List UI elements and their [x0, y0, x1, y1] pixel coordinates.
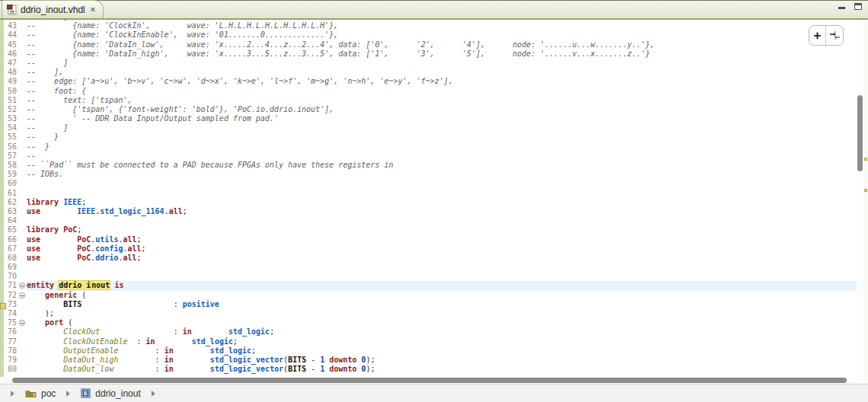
line-number[interactable]: 63 [0, 207, 18, 216]
code-text[interactable]: ClockOutEnable : in std_logic; [27, 337, 857, 346]
code-text[interactable]: port ( [27, 318, 857, 327]
tab-close-icon[interactable]: ✕ [89, 6, 97, 14]
horizontal-scrollbar-thumb[interactable] [12, 378, 847, 383]
code-text[interactable]: -- edge: ['a~>u', 'b~>v', 'c~>w', 'd~>x'… [27, 77, 857, 86]
line-number[interactable]: 65 [0, 225, 18, 234]
code-text[interactable]: -- ['tspan', {'font-weight': 'bold'}, 'P… [27, 105, 857, 114]
code-text[interactable]: use PoC.ddrio.all; [27, 254, 857, 263]
code-text[interactable]: use IEEE.std_logic_1164.all; [27, 207, 857, 216]
line-number[interactable]: 43 [0, 21, 18, 30]
chevron-right-icon[interactable] [66, 391, 70, 397]
code-line[interactable]: 43-- {name: 'ClockIn', wave: 'L.H.L.H.L.… [0, 21, 857, 30]
code-line[interactable]: 44-- {name: 'ClockInEnable', wave: '01..… [0, 30, 857, 40]
code-text[interactable]: OutputEnable : in std_logic; [27, 346, 857, 356]
code-line[interactable]: 55-- } [0, 132, 857, 142]
line-number[interactable]: 68 [0, 254, 18, 263]
code-text[interactable]: -- text: ['tspan', [27, 96, 857, 105]
line-number[interactable]: 75 [0, 318, 18, 327]
line-number[interactable]: 49 [0, 77, 18, 86]
code-text[interactable]: entity ddrio_inout is [27, 281, 857, 290]
code-text[interactable] [27, 189, 857, 198]
code-text[interactable]: -- ], [27, 68, 857, 77]
code-line[interactable]: 48-- ], [0, 68, 857, 77]
line-number[interactable]: 80 [0, 365, 18, 374]
code-text[interactable]: ClockOut : in std_logic; [27, 327, 857, 337]
code-line[interactable]: 64 [0, 216, 857, 225]
code-line[interactable]: 58-- ``Pad`` must be connected to a PAD … [0, 161, 857, 170]
overview-occurrence-tick[interactable] [864, 189, 867, 192]
line-number[interactable]: 60 [0, 179, 18, 188]
code-text[interactable]: -- foot: { [27, 87, 857, 96]
code-line[interactable]: 60 [0, 179, 857, 188]
code-line[interactable]: 49-- edge: ['a~>u', 'b~>v', 'c~>w', 'd~>… [0, 77, 857, 86]
line-number[interactable]: 70 [0, 272, 18, 281]
code-line[interactable]: 63use IEEE.std_logic_1164.all; [0, 207, 857, 216]
line-number[interactable]: 52 [0, 105, 18, 114]
overview-occurrence-tick[interactable] [864, 158, 867, 161]
code-line[interactable]: 45-- {name: 'DataIn_low', wave: 'x.....2… [0, 40, 857, 49]
code-line[interactable]: 62library IEEE; [0, 198, 857, 207]
code-line[interactable]: 72 generic ( [0, 291, 857, 300]
line-number[interactable]: 77 [0, 337, 18, 346]
line-number[interactable]: 45 [0, 40, 18, 49]
code-line[interactable]: 80 DataOut_low : in std_logic_vector(BIT… [0, 365, 857, 374]
fold-collapse-icon[interactable] [19, 292, 25, 298]
line-number[interactable]: 51 [0, 96, 18, 105]
line-number[interactable]: 46 [0, 49, 18, 59]
code-line[interactable]: 71entity ddrio_inout is [0, 281, 857, 290]
code-text[interactable]: DataOut_low : in std_logic_vector(BITS -… [27, 365, 857, 374]
line-number[interactable]: 48 [0, 68, 18, 77]
code-text[interactable] [27, 272, 857, 281]
line-number[interactable]: 58 [0, 161, 18, 170]
line-number[interactable]: 55 [0, 132, 18, 142]
code-line[interactable]: 77 ClockOutEnable : in std_logic; [0, 337, 857, 346]
code-line[interactable]: 70 [0, 272, 857, 281]
code-line[interactable]: 66use PoC.utils.all; [0, 235, 857, 244]
line-number[interactable]: 69 [0, 263, 18, 272]
line-number[interactable]: 44 [0, 30, 18, 40]
code-line[interactable]: 61 [0, 189, 857, 198]
code-text[interactable]: library IEEE; [27, 198, 857, 207]
code-line[interactable]: 68use PoC.ddrio.all; [0, 254, 857, 263]
vertical-scrollbar-thumb[interactable] [857, 95, 863, 171]
code-line[interactable]: 51-- text: ['tspan', [0, 96, 857, 105]
line-number[interactable]: 61 [0, 189, 18, 198]
maximize-icon[interactable] [854, 3, 862, 10]
line-number[interactable]: 53 [0, 114, 18, 123]
code-line[interactable]: 46-- {name: 'DataIn_high', wave: 'x.....… [0, 49, 857, 59]
code-rows[interactable]: 42-- ['DataIn',43-- {name: 'ClockIn', wa… [0, 20, 857, 374]
add-button[interactable]: + [809, 26, 826, 45]
vertical-scrollbar[interactable] [857, 20, 863, 377]
breadcrumb-item-poc[interactable]: poc [22, 387, 59, 400]
chevron-right-icon[interactable] [11, 391, 14, 397]
code-line[interactable]: 76 ClockOut : in std_logic; [0, 327, 857, 337]
line-number[interactable]: 62 [0, 198, 18, 207]
code-text[interactable]: -- ] [27, 59, 857, 68]
code-text[interactable]: -- IOBs. [27, 170, 857, 179]
code-text[interactable]: library PoC; [27, 225, 857, 234]
tab-ddrio-inout-vhdl[interactable]: ddrio_inout.vhdl ✕ [2, 0, 104, 18]
line-number[interactable]: 54 [0, 123, 18, 132]
line-number[interactable]: 59 [0, 170, 18, 179]
code-text[interactable] [27, 179, 857, 188]
code-text[interactable]: use PoC.utils.all; [27, 235, 857, 244]
minimize-icon[interactable] [838, 7, 845, 9]
code-text[interactable]: -- {name: 'ClockIn', wave: 'L.H.L.H.L.H.… [27, 21, 857, 30]
line-number[interactable]: 78 [0, 346, 18, 356]
code-line[interactable]: 59-- IOBs. [0, 170, 857, 179]
fold-collapse-icon[interactable] [19, 282, 25, 289]
code-line[interactable]: 74 ); [0, 309, 857, 318]
code-text[interactable] [27, 263, 857, 272]
code-line[interactable]: 78 OutputEnable : in std_logic; [0, 346, 857, 356]
code-text[interactable]: ); [27, 309, 857, 318]
code-line[interactable]: 57-- [0, 152, 857, 161]
line-number[interactable]: 74 [0, 309, 18, 318]
code-line[interactable]: 56-- } [0, 142, 857, 152]
code-line[interactable]: 75 port ( [0, 318, 857, 327]
line-number[interactable]: 47 [0, 59, 18, 68]
line-number[interactable]: 64 [0, 216, 18, 225]
code-line[interactable]: 53-- ' -- DDR Data Input/Output sampled … [0, 114, 857, 123]
line-number[interactable]: 71 [0, 281, 18, 290]
code-text[interactable]: DataOut_high : in std_logic_vector(BITS … [27, 356, 857, 365]
code-line[interactable]: 65library PoC; [0, 225, 857, 234]
